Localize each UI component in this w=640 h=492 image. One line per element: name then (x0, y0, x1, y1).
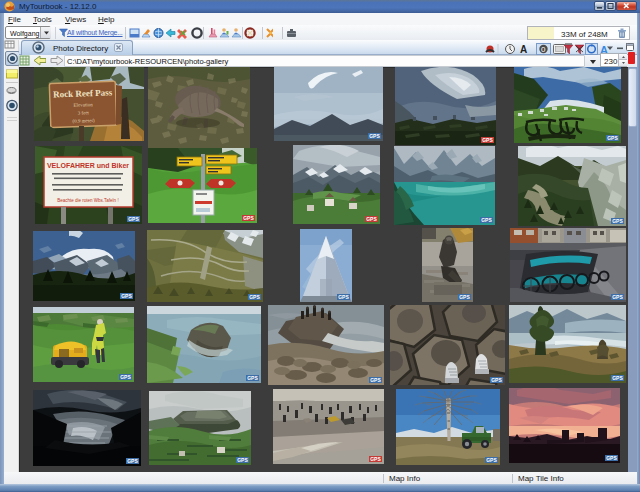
svg-text:VELOFAHRER und Biker: VELOFAHRER und Biker (47, 162, 129, 169)
svg-text:3 feet: 3 feet (78, 110, 90, 115)
svg-text:0: 0 (541, 45, 546, 54)
svg-text:Elevation: Elevation (73, 102, 93, 108)
svg-text:Beachte die roten Wbs.Tafeln !: Beachte die roten Wbs.Tafeln ! (57, 198, 118, 203)
svg-text:Rock Reef Pass: Rock Reef Pass (53, 87, 113, 99)
svg-text:A: A (520, 44, 527, 55)
svg-text:(0.9 meter): (0.9 meter) (72, 118, 95, 124)
